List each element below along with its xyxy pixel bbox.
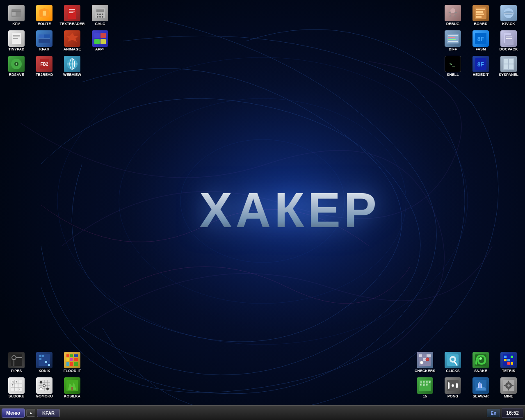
icon-kfar[interactable]: KFAR	[31, 29, 57, 53]
shell-icon: >_	[445, 56, 461, 72]
hexedit-label: HEXEDIT	[472, 73, 488, 77]
icons-topright: DEBUG BOARD KPACK DIFF	[436, 0, 525, 82]
svg-text:8F: 8F	[477, 36, 484, 42]
icon-docpack[interactable]: DOCPACK	[495, 29, 522, 53]
svg-rect-9	[69, 9, 75, 10]
icon-calc[interactable]: CALC	[87, 3, 113, 28]
icon-xonix[interactable]: XONIX	[31, 350, 57, 375]
icon-snake[interactable]: SNAKE	[468, 350, 494, 375]
icon-debug[interactable]: DEBUG	[440, 3, 466, 28]
icon-tinypad[interactable]: TINYPAD	[3, 29, 30, 53]
icon-clicks[interactable]: CLICKS	[440, 350, 466, 375]
icon-textreader[interactable]: TEXTREADER	[59, 3, 85, 28]
board-label: BOARD	[474, 22, 488, 26]
svg-point-42	[450, 8, 455, 13]
icon-shell[interactable]: >_ SHELL	[440, 54, 466, 79]
icon-gomoku[interactable]: GOMOKU	[31, 376, 57, 400]
icon-kpack[interactable]: KPACK	[495, 3, 522, 28]
kfm-icon	[8, 5, 25, 21]
icon-pong[interactable]: PONG	[440, 376, 466, 400]
svg-rect-153	[448, 382, 450, 389]
tinypad-icon	[8, 30, 25, 47]
topright-row-3: >_ SHELL 8F HEXEDIT SYSPANEL	[440, 54, 522, 79]
svg-text:1: 1	[421, 381, 422, 383]
textreader-icon	[64, 5, 80, 21]
svg-text:9: 9	[12, 381, 14, 383]
svg-rect-51	[476, 16, 482, 18]
pong-icon	[445, 377, 461, 394]
icon-fasm[interactable]: 8F FASM	[468, 29, 494, 53]
svg-line-46	[454, 16, 456, 16]
icon-animage[interactable]: ANIMAGE	[59, 29, 85, 53]
desktop: KFM EOLITE TEXTREADER CALC	[0, 0, 525, 420]
svg-point-113	[40, 388, 42, 390]
topright-row-2: DIFF 8F FASM DOCPACK	[440, 29, 522, 53]
svg-point-16	[102, 14, 103, 15]
icon-kosilka[interactable]: KOSILKA	[59, 376, 85, 400]
appplus-label: APP+	[95, 48, 105, 52]
svg-point-35	[16, 63, 17, 65]
icon-checkers[interactable]: CHECKERS	[412, 350, 438, 375]
svg-rect-10	[69, 11, 75, 11]
start-menu-button[interactable]: Меню	[2, 409, 25, 418]
icon-tetris[interactable]: TETRIS	[495, 350, 522, 375]
taskbar-time: 16:52	[502, 409, 523, 418]
svg-rect-89	[70, 358, 73, 361]
svg-rect-136	[511, 362, 513, 365]
kosilka-icon	[64, 377, 80, 394]
pipes-icon	[8, 352, 25, 368]
rdsave-label: RDSAVE	[9, 73, 24, 77]
icon-rdsave[interactable]: RDSAVE	[3, 54, 30, 79]
icon-15[interactable]: 1 2 3 4 5 6 7 15	[412, 376, 438, 400]
svg-point-155	[452, 384, 454, 387]
svg-rect-26	[44, 34, 50, 38]
calc-icon	[92, 5, 108, 21]
pong-label: PONG	[447, 395, 459, 399]
15-icon: 1 2 3 4 5 6 7	[417, 377, 433, 394]
icon-diff[interactable]: DIFF	[440, 29, 466, 53]
svg-text:3: 3	[426, 381, 427, 383]
svg-rect-84	[48, 364, 50, 366]
sudoku-icon: 9 7 2 4	[8, 377, 25, 394]
icon-syspanel[interactable]: SYSPANEL	[495, 54, 522, 79]
kpack-label: KPACK	[502, 22, 515, 26]
taskbar-window-kfar[interactable]: KFAR	[37, 409, 60, 417]
icon-hexedit[interactable]: 8F HEXEDIT	[468, 54, 494, 79]
icon-webview[interactable]: WEBVIEW	[59, 54, 85, 79]
svg-text:>_: >_	[450, 62, 455, 67]
syspanel-icon	[500, 56, 517, 72]
svg-marker-28	[66, 33, 78, 42]
tinypad-label: TINYPAD	[9, 48, 25, 52]
clicks-icon	[445, 352, 461, 368]
floodit-label: FLOOD-IT	[64, 369, 81, 373]
icon-eolite[interactable]: EOLITE	[31, 3, 57, 28]
icon-floodit[interactable]: FLOOD-IT	[59, 350, 85, 375]
fasm-icon: 8F	[472, 30, 489, 47]
icon-sudoku[interactable]: 9 7 2 4 SUDOKU	[3, 376, 30, 400]
icon-appplus[interactable]: APP+	[87, 29, 113, 53]
svg-rect-73	[504, 64, 508, 69]
bottomright-row-1: CHECKERS CLICKS SNAKE TETRIS	[412, 350, 522, 375]
textreader-label: TEXTREADER	[60, 22, 85, 26]
svg-rect-83	[45, 361, 47, 363]
icon-kfm[interactable]: KFM	[3, 3, 30, 28]
icon-fb2read[interactable]: FB2 FB2READ	[31, 54, 57, 79]
icon-mine[interactable]: MINE	[495, 376, 522, 400]
tetris-icon	[500, 352, 517, 368]
svg-rect-32	[100, 39, 106, 44]
svg-rect-133	[507, 359, 510, 361]
svg-point-110	[40, 381, 42, 383]
svg-rect-80	[39, 355, 41, 357]
svg-rect-121	[423, 358, 426, 361]
icon-pipes[interactable]: PIPES	[3, 350, 30, 375]
icon-seawar[interactable]: SEAWAR	[468, 376, 494, 400]
svg-rect-82	[39, 358, 41, 360]
kosilka-label: KOSILKA	[64, 395, 81, 399]
svg-rect-81	[42, 355, 44, 357]
svg-rect-7	[12, 12, 16, 16]
icon-board[interactable]: BOARD	[468, 3, 494, 28]
svg-rect-134	[507, 362, 510, 365]
svg-rect-25	[39, 34, 44, 38]
taskbar-arrow-button[interactable]: ▲	[26, 409, 35, 417]
icons-topleft: KFM EOLITE TEXTREADER CALC	[0, 0, 116, 82]
